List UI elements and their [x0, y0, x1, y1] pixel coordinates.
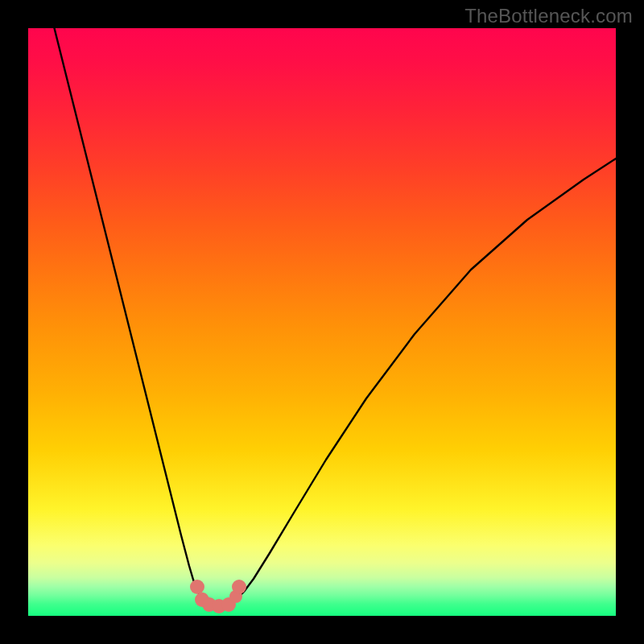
data-marker — [190, 580, 204, 594]
data-marker — [232, 580, 246, 594]
plot-area — [28, 28, 616, 616]
watermark-text: TheBottleneck.com — [464, 5, 633, 27]
curve-right-branch — [233, 159, 616, 601]
chart-frame: TheBottleneck.com — [0, 0, 644, 644]
curve-left-branch — [52, 28, 209, 601]
curve-svg — [28, 28, 616, 616]
data-markers — [190, 580, 246, 613]
